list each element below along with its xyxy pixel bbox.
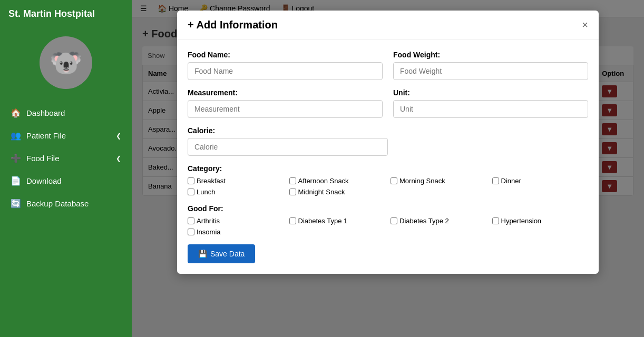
category-morning-snack: Morning Snack [391, 177, 487, 185]
sidebar-item-patient-file[interactable]: 👥 Patient File ❮ [0, 124, 132, 147]
sidebar-item-food-file[interactable]: ➕ Food File ❮ [0, 147, 132, 170]
avatar: 🐨 [40, 36, 92, 89]
label-insomia: Insomia [197, 228, 221, 236]
chevron-icon: ❮ [116, 132, 121, 140]
label-dinner: Dinner [501, 177, 521, 185]
label-diabetes-2: Diabetes Type 2 [399, 217, 449, 225]
category-checkboxes: Breakfast Afternoon Snack Morning Snack [188, 177, 588, 196]
category-breakfast: Breakfast [188, 177, 284, 185]
sidebar-item-dashboard[interactable]: 🏠 Dashboard [0, 102, 132, 124]
goodfor-label: Good For: [188, 204, 588, 213]
label-arthritis: Arthritis [197, 217, 220, 225]
main-area: ☰ 🏠 Home 🔑 Change Password 🚪 Logout + Fo… [132, 0, 644, 337]
measurement-label: Measurement: [188, 88, 383, 97]
sidebar-item-label-download: Download [26, 176, 62, 185]
sidebar-item-label-patient-file: Patient File [26, 131, 66, 140]
calorie-label: Calorie: [188, 126, 388, 135]
form-row-1: Food Name: Food Weight: [188, 51, 588, 80]
measurement-group: Measurement: [188, 88, 383, 118]
category-label: Category: [188, 164, 588, 173]
patient-file-icon: 👥 [11, 131, 21, 141]
save-label: Save Data [210, 250, 245, 258]
goodfor-arthritis: Arthritis [188, 217, 284, 225]
food-file-icon: ➕ [11, 153, 21, 163]
goodfor-insomia: Insomia [188, 228, 284, 236]
checkbox-lunch[interactable] [188, 189, 194, 195]
modal-overlay: + Add Information × Food Name: Food Weig… [132, 0, 644, 337]
modal-body: Food Name: Food Weight: Measurement: [177, 40, 599, 274]
hospital-name: St. Martin Hostpital [0, 0, 132, 28]
measurement-input[interactable] [188, 100, 383, 118]
goodfor-section: Good For: Arthritis Diabetes Type 1 D [188, 204, 588, 236]
label-midnight-snack: Midnight Snack [298, 188, 345, 196]
label-morning-snack: Morning Snack [399, 177, 445, 185]
unit-label: Unit: [393, 88, 588, 97]
food-weight-label: Food Weight: [393, 51, 588, 59]
calorie-input[interactable] [188, 138, 388, 156]
save-button[interactable]: 💾 Save Data [188, 244, 255, 263]
checkbox-morning-snack[interactable] [391, 177, 397, 184]
checkbox-breakfast[interactable] [188, 177, 194, 184]
category-dinner: Dinner [492, 177, 589, 185]
category-midnight-snack: Midnight Snack [289, 188, 386, 196]
form-row-3: Calorie: [188, 126, 588, 156]
goodfor-checkboxes: Arthritis Diabetes Type 1 Diabetes Type … [188, 217, 588, 236]
modal-title: + Add Information [188, 19, 278, 31]
category-section: Category: Breakfast Afternoon Snack M [188, 164, 588, 196]
category-lunch: Lunch [188, 188, 284, 196]
checkbox-insomia[interactable] [188, 229, 194, 235]
food-weight-group: Food Weight: [393, 51, 588, 80]
modal: + Add Information × Food Name: Food Weig… [177, 11, 599, 274]
sidebar: St. Martin Hostpital 🐨 🏠 Dashboard 👥 Pat… [0, 0, 132, 337]
category-afternoon-snack: Afternoon Snack [289, 177, 386, 185]
sidebar-item-label-food-file: Food File [26, 154, 60, 163]
checkbox-midnight-snack[interactable] [289, 189, 296, 195]
goodfor-diabetes-2: Diabetes Type 2 [391, 217, 487, 225]
goodfor-diabetes-1: Diabetes Type 1 [289, 217, 386, 225]
sidebar-nav: 🏠 Dashboard 👥 Patient File ❮ ➕ Food File… [0, 102, 132, 215]
label-breakfast: Breakfast [197, 177, 226, 185]
calorie-group: Calorie: [188, 126, 388, 156]
label-lunch: Lunch [197, 188, 215, 196]
goodfor-hypertension: Hypertension [492, 217, 589, 225]
checkbox-diabetes-2[interactable] [391, 217, 397, 224]
checkbox-hypertension[interactable] [492, 217, 499, 224]
modal-header: + Add Information × [177, 11, 599, 40]
checkbox-dinner[interactable] [492, 177, 499, 184]
label-afternoon-snack: Afternoon Snack [298, 177, 349, 185]
food-name-group: Food Name: [188, 51, 383, 80]
sidebar-item-label-dashboard: Dashboard [26, 108, 65, 117]
sidebar-item-label-backup: Backup Database [26, 199, 89, 208]
unit-input[interactable] [393, 100, 588, 118]
label-hypertension: Hypertension [501, 217, 542, 225]
food-name-label: Food Name: [188, 51, 383, 59]
checkbox-afternoon-snack[interactable] [289, 177, 296, 184]
avatar-container: 🐨 [0, 28, 132, 97]
checkbox-diabetes-1[interactable] [289, 217, 296, 224]
food-name-input[interactable] [188, 62, 383, 80]
save-icon: 💾 [198, 250, 207, 258]
checkbox-arthritis[interactable] [188, 217, 194, 224]
sidebar-item-backup[interactable]: 🔄 Backup Database [0, 192, 132, 215]
form-row-2: Measurement: Unit: [188, 88, 588, 118]
sidebar-item-download[interactable]: 📄 Download [0, 170, 132, 192]
label-diabetes-1: Diabetes Type 1 [298, 217, 348, 225]
unit-group: Unit: [393, 88, 588, 118]
modal-close-button[interactable]: × [582, 19, 588, 31]
food-weight-input[interactable] [393, 62, 588, 80]
download-icon: 📄 [11, 176, 21, 186]
backup-icon: 🔄 [11, 199, 21, 209]
chevron-down-icon: ❮ [116, 155, 121, 162]
dashboard-icon: 🏠 [11, 108, 21, 118]
